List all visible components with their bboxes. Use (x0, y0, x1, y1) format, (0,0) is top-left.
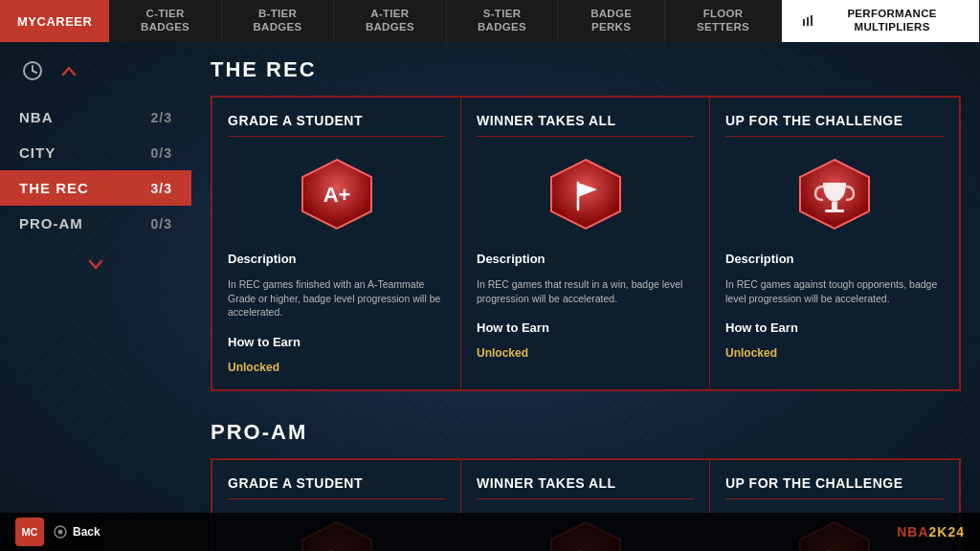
svg-point-21 (58, 530, 63, 535)
badge-desc-title-rec-0: Description (228, 252, 445, 266)
main-content: THE REC Grade A Student A+ Description I… (191, 42, 980, 551)
mycareer-tab[interactable]: MyCAREER (0, 0, 109, 42)
nav-tab-s-tier[interactable]: S-Tier Badges (447, 0, 559, 42)
sidebar-city-label: CITY (19, 144, 56, 161)
chevron-down-icon[interactable] (82, 251, 109, 277)
back-button[interactable]: Back (54, 525, 100, 539)
badge-title-rec-2: Up for the Challenge (725, 113, 944, 137)
badge-desc-text-rec-2: In REC games against tough opponents, ba… (725, 277, 944, 305)
footer: MC Back NBA2K24 (0, 513, 980, 551)
badge-card-rec-2: Up for the Challenge Description In REC … (710, 98, 959, 389)
main-layout: NBA 2/3 CITY 0/3 THE REC 3/3 PRO-AM 0/3 … (0, 42, 980, 551)
badge-desc-title-rec-1: Description (477, 252, 694, 266)
mc-badge: MC (15, 518, 44, 546)
sidebar-nba-label: NBA (19, 109, 54, 125)
sidebar-top-icons (0, 57, 191, 99)
pro-am-title: PRO-AM (211, 420, 961, 445)
sidebar-chevrons (0, 241, 191, 287)
badge-earn-title-rec-2: How to Earn (725, 320, 944, 335)
sidebar-rec-label: THE REC (19, 180, 89, 196)
badge-desc-text-rec-0: In REC games finished with an A-Teammate… (228, 277, 445, 320)
nav-tab-performance[interactable]: Performance Multipliers (782, 0, 980, 42)
nav-tab-a-tier[interactable]: A-Tier Badges (334, 0, 446, 42)
nav-tab-b-tier[interactable]: B-Tier Badges (222, 0, 334, 42)
badge-title-proam-0: Grade A Student (228, 475, 445, 499)
svg-line-5 (33, 71, 36, 73)
svg-rect-2 (811, 15, 813, 26)
footer-left: MC Back (15, 518, 100, 546)
back-label: Back (73, 525, 100, 539)
footer-logo: NBA2K24 (897, 524, 965, 540)
badge-card-rec-1: Winner Takes All Description In REC game… (461, 98, 710, 389)
badge-desc-text-rec-1: In REC games that result in a win, badge… (477, 277, 694, 305)
sidebar: NBA 2/3 CITY 0/3 THE REC 3/3 PRO-AM 0/3 (0, 42, 191, 551)
performance-icon (799, 12, 816, 30)
the-rec-title: THE REC (211, 57, 961, 82)
svg-rect-12 (832, 202, 837, 209)
badge-title-rec-0: Grade A Student (228, 113, 445, 137)
footer-logo-text: NBA (897, 524, 928, 540)
clock-icon (19, 57, 46, 84)
svg-rect-1 (807, 17, 809, 26)
badge-hex-rec-2 (796, 156, 873, 232)
controller-icon (54, 525, 67, 539)
badge-earn-title-rec-1: How to Earn (477, 320, 694, 335)
badge-icon-rec-1 (477, 144, 694, 244)
svg-marker-8 (551, 160, 620, 229)
nav-tab-c-tier[interactable]: C-Tier Badges (109, 0, 221, 42)
sidebar-proam-score: 0/3 (151, 216, 172, 231)
badge-earn-status-rec-0: Unlocked (228, 361, 445, 374)
sidebar-nba-score: 2/3 (151, 110, 172, 125)
svg-text:A+: A+ (323, 183, 350, 207)
sidebar-item-city[interactable]: CITY 0/3 (0, 135, 191, 170)
badge-title-proam-2: Up for the Challenge (725, 475, 944, 499)
sidebar-item-nba[interactable]: NBA 2/3 (0, 99, 191, 135)
badge-card-rec-0: Grade A Student A+ Description In REC ga… (212, 98, 461, 389)
badge-earn-status-rec-1: Unlocked (477, 346, 694, 360)
the-rec-badges-grid: Grade A Student A+ Description In REC ga… (211, 96, 961, 391)
nav-tabs-container: C-Tier BadgesB-Tier BadgesA-Tier BadgesS… (109, 0, 980, 42)
top-navigation: MyCAREER C-Tier BadgesB-Tier BadgesA-Tie… (0, 0, 980, 42)
svg-rect-0 (803, 19, 805, 26)
sidebar-rec-score: 3/3 (151, 181, 172, 196)
chevron-up-icon[interactable] (56, 57, 82, 84)
badge-earn-title-rec-0: How to Earn (228, 335, 445, 349)
sidebar-item-pro-am[interactable]: PRO-AM 0/3 (0, 206, 191, 241)
sidebar-city-score: 0/3 (151, 145, 172, 161)
nav-tab-floor-setters[interactable]: Floor Setters (665, 0, 782, 42)
svg-rect-13 (825, 209, 844, 212)
badge-desc-title-rec-2: Description (725, 252, 944, 266)
badge-title-rec-1: Winner Takes All (477, 113, 694, 137)
sidebar-proam-label: PRO-AM (19, 215, 83, 231)
badge-hex-rec-0: A+ (299, 156, 375, 232)
nav-tab-badge-perks[interactable]: Badge Perks (558, 0, 664, 42)
badge-hex-rec-1 (547, 156, 624, 232)
badge-earn-status-rec-2: Unlocked (725, 346, 944, 360)
the-rec-section: THE REC Grade A Student A+ Description I… (211, 57, 961, 391)
badge-title-proam-1: Winner Takes All (477, 475, 694, 499)
badge-icon-rec-2 (725, 144, 944, 244)
sidebar-item-the-rec[interactable]: THE REC 3/3 (0, 170, 191, 206)
badge-icon-rec-0: A+ (228, 144, 445, 244)
